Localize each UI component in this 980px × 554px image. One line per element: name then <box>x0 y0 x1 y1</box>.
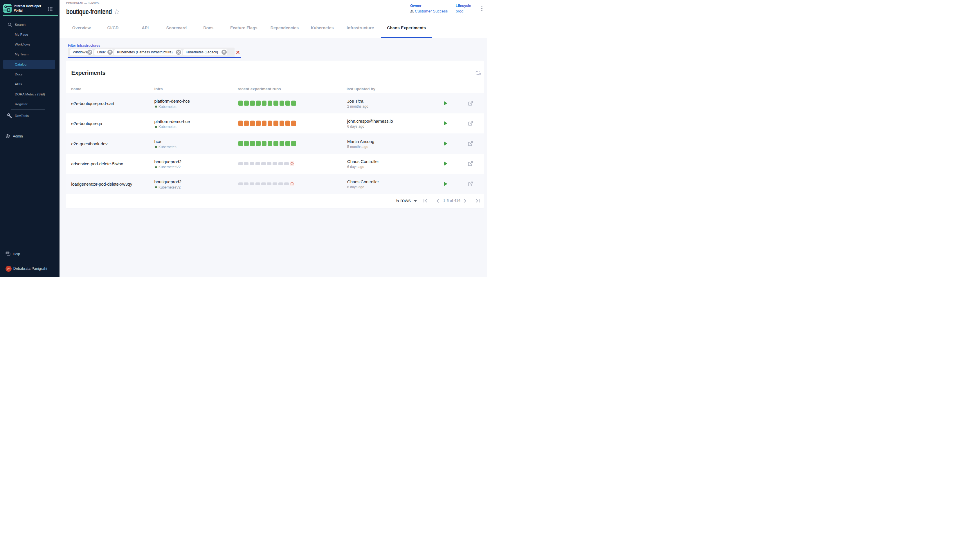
svg-text:?: ? <box>7 252 8 254</box>
